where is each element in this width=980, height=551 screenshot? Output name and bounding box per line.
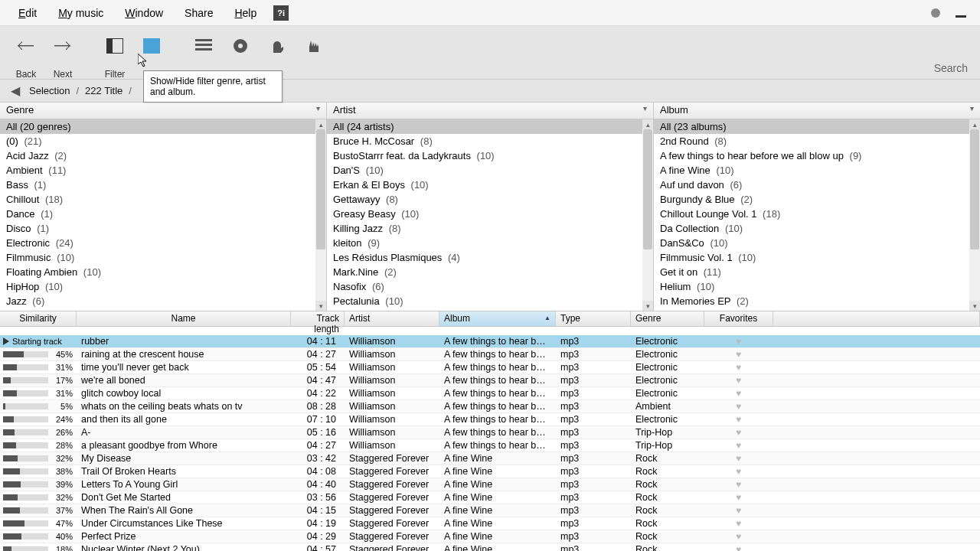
pane-item-all[interactable]: All (23 albums) [654,119,969,134]
favorite-icon[interactable]: ♥ [704,543,773,551]
pane-item[interactable]: In Memories EP (2) [654,294,969,308]
scrollbar[interactable]: ▴▾ [969,119,980,311]
pane-item[interactable]: Chillout (18) [0,192,315,207]
pane-item[interactable]: Dance (1) [0,207,315,221]
pane-header-album[interactable]: Album [654,103,980,119]
pane-item[interactable]: Gettawayy (8) [327,192,642,207]
table-row[interactable]: 40%Perfect Prize04 : 29Staggered Forever… [0,530,980,543]
favorite-icon[interactable]: ♥ [704,439,773,452]
pane-item[interactable]: Filmmusic Vol. 1 (10) [654,250,969,265]
pane-item[interactable]: Dan'S (10) [327,163,642,178]
pane-item[interactable]: Mark.Nine (2) [327,265,642,279]
pane-item[interactable]: A fine Wine (10) [654,163,969,178]
favorite-icon[interactable]: ♥ [704,361,773,373]
pane-item-all[interactable]: All (24 artists) [327,119,642,134]
pane-item[interactable]: Ambient (11) [0,163,315,178]
table-row[interactable]: 31%glitch cowboy local04 : 22WilliamsonA… [0,387,980,400]
menu-window[interactable]: Window [114,2,174,24]
menu-my-music[interactable]: My music [47,2,114,24]
view-mitten-button[interactable] [259,29,296,58]
pane-item[interactable]: In the mood for Swing (10) [654,308,969,311]
th-similarity[interactable]: Similarity [0,311,77,326]
pane-item[interactable]: Killing Jazz (8) [327,221,642,236]
pane-item[interactable]: Jazz (6) [0,294,315,308]
pane-item[interactable]: Bruce H. McCosar (8) [327,134,642,148]
favorite-icon[interactable]: ♥ [704,491,773,504]
th-type[interactable]: Type [556,311,631,326]
table-row[interactable]: 32%Don't Get Me Started03 : 56Staggered … [0,491,980,504]
pane-item[interactable]: Disco (1) [0,221,315,236]
pane-item[interactable]: BustoStarrr feat. da Ladykrauts (10) [327,148,642,163]
pane-item[interactable]: Acid Jazz (2) [0,148,315,163]
pane-item[interactable]: A few things to hear before we all blow … [654,148,969,163]
favorite-icon[interactable]: ♥ [704,465,773,478]
th-genre[interactable]: Genre [631,311,704,326]
table-row[interactable]: 32%My Disease03 : 42Staggered ForeverA f… [0,452,980,465]
favorite-icon[interactable]: ♥ [704,400,773,412]
filter-panes-button[interactable] [133,29,170,58]
favorite-icon[interactable]: ♥ [704,452,773,465]
filter-sidebar-button[interactable]: Filter [96,29,133,80]
pane-item[interactable]: Greasy Beasy (10) [327,207,642,221]
pane-item[interactable]: Electronic (24) [0,236,315,250]
breadcrumb-selection[interactable]: Selection [26,85,73,96]
pane-item-all[interactable]: All (20 genres) [0,119,315,134]
pane-item[interactable]: Filmmusic (10) [0,250,315,265]
favorite-icon[interactable]: ♥ [704,413,773,425]
pane-item[interactable]: kleiton (9) [327,236,642,250]
favorite-icon[interactable]: ♥ [704,426,773,439]
favorite-icon[interactable]: ♥ [704,530,773,543]
table-row[interactable]: 31%time you'll never get back05 : 54Will… [0,361,980,374]
th-length[interactable]: Track length [291,311,345,326]
table-row[interactable]: 45%raining at the crescent house04 : 27W… [0,348,980,361]
pane-item[interactable]: HipHop (10) [0,279,315,294]
table-row[interactable]: 28%a pleasant goodbye from Whore04 : 27W… [0,439,980,452]
help-about-icon[interactable]: ?i [273,5,289,21]
pane-header-artist[interactable]: Artist [327,103,653,119]
pane-item[interactable]: Erkan & El Boys (10) [327,178,642,192]
table-row[interactable]: 47%Under Circumstances Like These04 : 19… [0,517,980,530]
menu-edit[interactable]: Edit [8,2,47,24]
favorite-icon[interactable]: ♥ [704,387,773,399]
menu-share[interactable]: Share [174,2,224,24]
pane-header-genre[interactable]: Genre [0,103,326,119]
th-album[interactable]: Album [439,311,556,326]
minimize-button[interactable] [956,15,966,18]
view-list-button[interactable] [185,29,222,58]
pane-item[interactable]: Jazz+Funk (2) [0,308,315,311]
pane-item[interactable]: Floating Ambien (10) [0,265,315,279]
back-button[interactable]: 🡐 Back [8,29,44,80]
breadcrumb-back-icon[interactable]: ◀ [5,83,26,98]
view-touch-button[interactable] [296,29,332,58]
pane-item[interactable]: Da Collection (10) [654,221,969,236]
favorite-icon[interactable]: ♥ [704,335,773,347]
pane-item[interactable]: Get it on (11) [654,265,969,279]
table-row[interactable]: 39%Letters To A Young Girl04 : 40Stagger… [0,478,980,491]
pane-item[interactable]: Helium (10) [654,279,969,294]
favorite-icon[interactable]: ♥ [704,348,773,360]
view-cover-button[interactable] [222,29,259,58]
table-row[interactable]: 17%we're all boned04 : 47WilliamsonA few… [0,374,980,387]
favorite-icon[interactable]: ♥ [704,517,773,530]
pane-item[interactable]: Chillout Lounge Vol. 1 (18) [654,207,969,221]
table-row[interactable]: Starting trackrubber04 : 11WilliamsonA f… [0,335,980,348]
th-name[interactable]: Name [77,311,291,326]
pane-item[interactable]: DanS&Co (10) [654,236,969,250]
pane-item[interactable]: Burgundy & Blue (2) [654,192,969,207]
search-label[interactable]: Search [934,62,968,74]
favorite-icon[interactable]: ♥ [704,478,773,491]
favorite-icon[interactable]: ♥ [704,504,773,517]
pane-item[interactable]: Bass (1) [0,178,315,192]
pane-item[interactable]: (0) (21) [0,134,315,148]
table-row[interactable]: 24%and then its all gone07 : 10Williamso… [0,413,980,426]
table-row[interactable]: 18%Nuclear Winter (Next 2 You)04 : 57Sta… [0,543,980,551]
pane-item[interactable]: 2nd Round (8) [654,134,969,148]
scrollbar[interactable]: ▴▾ [315,119,326,311]
table-row[interactable]: 38%Trail Of Broken Hearts04 : 08Staggere… [0,465,980,478]
pane-item[interactable]: Nasofix (6) [327,279,642,294]
pane-item[interactable]: Professor Kliq (16) [327,308,642,311]
pane-item[interactable]: Les Résidus Plasmiques (4) [327,250,642,265]
table-row[interactable]: 26%A-05 : 16WilliamsonA few things to he… [0,426,980,439]
th-artist[interactable]: Artist [345,311,439,326]
table-row[interactable]: 5%whats on the ceiling beats whats on tv… [0,400,980,413]
